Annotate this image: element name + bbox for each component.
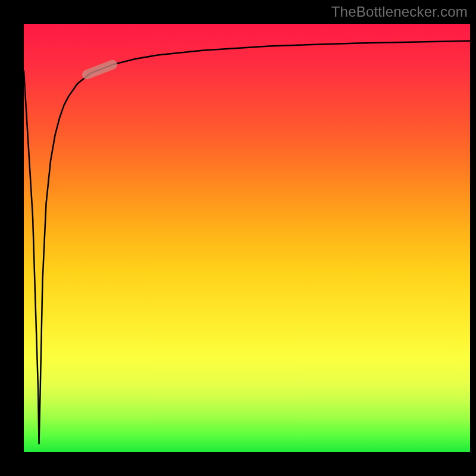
watermark-text: TheBottlenecker.com xyxy=(331,4,468,20)
plot-area xyxy=(24,24,470,452)
chart-stage: TheBottlenecker.com xyxy=(0,0,476,476)
